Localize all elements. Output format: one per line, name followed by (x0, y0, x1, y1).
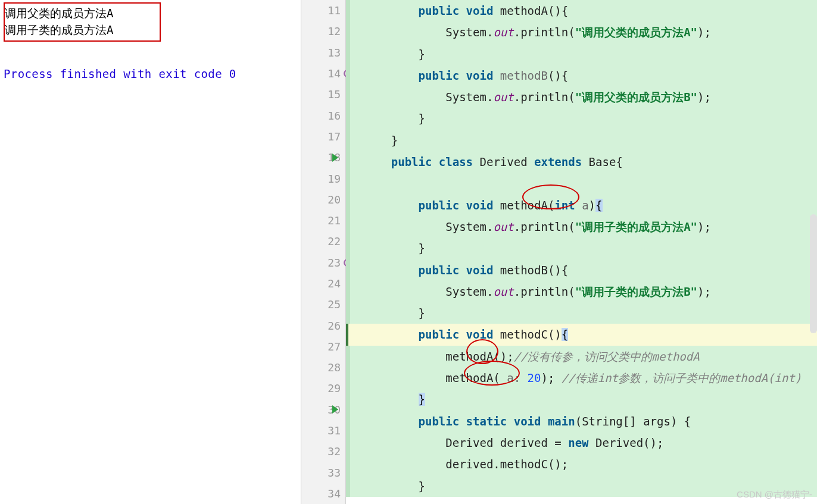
code-line[interactable]: } (346, 237, 817, 259)
code-line[interactable]: } (346, 43, 817, 65)
code-line-current[interactable]: public void methodC(){ (346, 324, 817, 345)
line-number[interactable]: 20 (301, 189, 345, 210)
line-number[interactable]: 12 (301, 21, 345, 42)
console-line: 调用父类的成员方法A (5, 5, 156, 21)
line-number[interactable]: 15 (301, 84, 345, 105)
line-number[interactable]: 29 (301, 378, 345, 399)
code-line[interactable]: public void methodB(){ (346, 259, 817, 281)
editor-gutter[interactable]: 11 12 13 14 ↓ 15 16 17 18 19 20 21 22 23… (301, 0, 346, 504)
code-line[interactable]: } (346, 389, 817, 410)
line-number[interactable]: 17 (301, 126, 345, 147)
code-line[interactable]: System.out.println("调用子类的成员方法B"); (346, 281, 817, 302)
code-line[interactable]: public static void main(String[] args) { (346, 411, 817, 432)
code-editor[interactable]: 11 12 13 14 ↓ 15 16 17 18 19 20 21 22 23… (301, 0, 817, 504)
code-text-area[interactable]: public void methodA(){ System.out.printl… (346, 0, 817, 504)
code-line[interactable] (346, 173, 817, 194)
code-line[interactable]: methodA();//没有传参，访问父类中的methodA (346, 346, 817, 367)
line-number[interactable]: 24 (301, 273, 345, 294)
line-number[interactable]: 28 (301, 357, 345, 378)
line-number[interactable]: 21 (301, 210, 345, 231)
code-line[interactable]: System.out.println("调用父类的成员方法B"); (346, 86, 817, 108)
watermark: CSDN @古德猫宁- (737, 489, 812, 500)
code-line[interactable]: Derived derived = new Derived(); (346, 432, 817, 453)
line-number[interactable]: 25 (301, 294, 345, 315)
line-number[interactable]: 13 (301, 42, 345, 63)
code-line[interactable]: } (346, 302, 817, 324)
line-number[interactable]: 23 ↑ (301, 252, 345, 273)
vertical-scrollbar[interactable] (810, 214, 817, 333)
console-output: 调用父类的成员方法A 调用子类的成员方法A Process finished w… (0, 0, 301, 504)
line-number[interactable]: 19 (301, 168, 345, 189)
line-number[interactable]: 11 (301, 0, 345, 21)
line-number[interactable]: 31 (301, 420, 345, 441)
line-number[interactable]: 22 (301, 231, 345, 252)
line-number[interactable]: 26 (301, 315, 345, 336)
code-line[interactable]: public class Derived extends Base{ (346, 151, 817, 173)
line-number[interactable]: 16 (301, 105, 345, 126)
code-line[interactable]: methodA( a: 20); //传递int参数，访问子类中的methodA… (346, 367, 817, 389)
code-line[interactable]: public void methodA(){ (346, 0, 817, 21)
code-line[interactable]: public void methodB(){ (346, 65, 817, 86)
run-gutter-icon[interactable] (332, 154, 338, 162)
code-line[interactable]: System.out.println("调用子类的成员方法A"); (346, 216, 817, 237)
line-number[interactable]: 34 (301, 483, 345, 504)
run-gutter-icon[interactable] (332, 405, 338, 414)
code-line[interactable]: } (346, 108, 817, 129)
console-highlight-box: 调用父类的成员方法A 调用子类的成员方法A (4, 2, 161, 42)
line-number[interactable]: 18 (301, 147, 345, 168)
line-number[interactable]: 27 (301, 336, 345, 357)
code-line[interactable]: } (346, 130, 817, 151)
code-line[interactable]: derived.methodC(); (346, 453, 817, 475)
line-number[interactable]: 33 (301, 462, 345, 483)
line-number[interactable]: 32 (301, 441, 345, 462)
line-number[interactable]: 14 ↓ (301, 63, 345, 84)
code-line[interactable]: System.out.println("调用父类的成员方法A"); (346, 21, 817, 43)
line-number[interactable]: 30 (301, 399, 345, 420)
process-exit-line: Process finished with exit code 0 (4, 65, 297, 82)
console-line: 调用子类的成员方法A (5, 21, 156, 38)
code-line[interactable]: public void methodA(int a){ (346, 195, 817, 216)
